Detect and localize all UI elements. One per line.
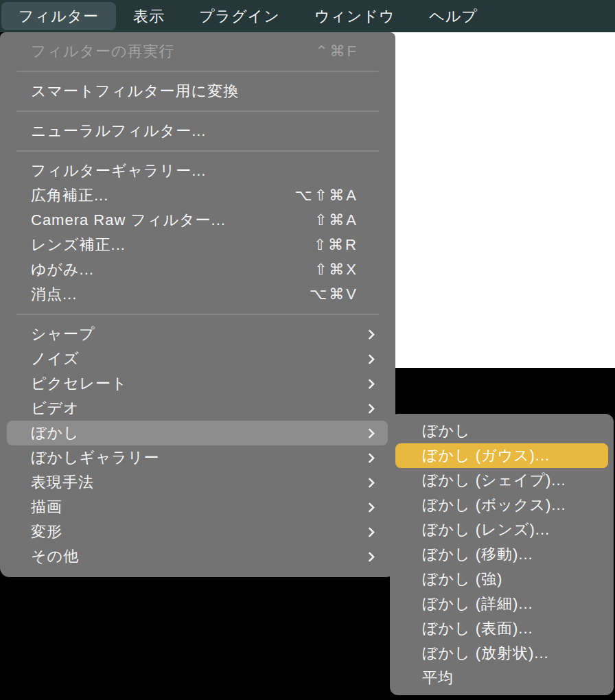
submenu-chevron-icon — [364, 526, 375, 537]
menu-item-shortcut: ⇧⌘A — [314, 211, 358, 229]
blur-submenu-item-blur-more[interactable]: ぼかし (強) — [390, 567, 614, 592]
menu-item-label: ぼかし — [422, 421, 471, 441]
filter-menu-item-video[interactable]: ビデオ — [0, 396, 395, 421]
menu-item-label: ノイズ — [31, 349, 359, 369]
filter-menu-item-distort[interactable]: 変形 — [0, 520, 395, 544]
filter-menu-item-stylize[interactable]: 表現手法 — [0, 470, 395, 495]
menu-item-label: Camera Raw フィルター... — [31, 210, 314, 231]
document-canvas — [388, 32, 615, 368]
menubar-item-label: フィルター — [19, 8, 99, 25]
menubar-item-label: 表示 — [133, 8, 165, 25]
filter-menu-item-convert-smart-filters[interactable]: スマートフィルター用に変換 — [0, 79, 395, 104]
filter-menu-item-camera-raw-filter[interactable]: Camera Raw フィルター...⇧⌘A — [0, 208, 395, 233]
menu-item-shortcut: ⇧⌘X — [314, 261, 358, 279]
menu-separator — [16, 71, 379, 72]
menu-item-label: ぼかし (シェイプ)... — [422, 470, 566, 491]
menu-item-label: ニューラルフィルター... — [31, 121, 375, 141]
submenu-chevron-icon — [364, 428, 375, 439]
menu-item-shortcut: ⌃⌘F — [315, 43, 358, 60]
filter-menu-item-lens-correction[interactable]: レンズ補正...⇧⌘R — [0, 233, 395, 257]
filter-menu-item-noise[interactable]: ノイズ — [0, 347, 395, 371]
blur-submenu-item-average[interactable]: 平均 — [390, 666, 614, 690]
menu-item-label: ぼかし (ガウス)... — [422, 445, 550, 466]
menu-item-shortcut: ⌥⌘V — [310, 285, 358, 303]
filter-menu-item-neural-filters[interactable]: ニューラルフィルター... — [0, 119, 395, 143]
menubar-item-window[interactable]: ウィンドウ — [297, 2, 413, 30]
blur-submenu-item-shape-blur[interactable]: ぼかし (シェイプ)... — [390, 468, 614, 493]
menu-item-label: 消点... — [31, 284, 310, 305]
submenu-chevron-icon — [364, 502, 375, 513]
menu-item-label: スマートフィルター用に変換 — [31, 81, 375, 102]
blur-submenu-item-radial-blur[interactable]: ぼかし (放射状)... — [390, 641, 614, 666]
menu-item-label: ぼかしギャラリー — [31, 447, 359, 468]
submenu-chevron-icon — [364, 353, 375, 364]
filter-menu-item-wide-angle-correction[interactable]: 広角補正...⌥⇧⌘A — [0, 183, 395, 208]
submenu-chevron-icon — [364, 378, 375, 389]
menu-item-label: ぼかし (放射状)... — [422, 643, 549, 664]
menu-item-label: フィルターの再実行 — [31, 41, 315, 62]
submenu-chevron-icon — [364, 477, 375, 488]
blur-submenu-item-smart-blur[interactable]: ぼかし (詳細)... — [390, 592, 614, 616]
filter-menu: フィルターの再実行⌃⌘Fスマートフィルター用に変換ニューラルフィルター...フィ… — [0, 32, 395, 577]
menu-item-label: フィルターギャラリー... — [31, 161, 375, 181]
menu-item-label: ぼかし (表面)... — [422, 618, 533, 639]
menubar-item-label: プラグイン — [199, 8, 280, 25]
filter-menu-item-other[interactable]: その他 — [0, 544, 395, 569]
blur-submenu-item-gaussian-blur[interactable]: ぼかし (ガウス)... — [395, 443, 608, 468]
filter-menu-item-liquify[interactable]: ゆがみ...⇧⌘X — [0, 257, 395, 282]
menubar-item-help[interactable]: ヘルプ — [412, 2, 495, 30]
menubar-item-filter[interactable]: フィルター — [1, 2, 116, 30]
menu-item-label: ぼかし (レンズ)... — [422, 520, 550, 540]
menu-item-label: ぼかし (強) — [422, 569, 502, 590]
blur-submenu-item-motion-blur[interactable]: ぼかし (移動)... — [390, 542, 614, 567]
menubar-item-label: ヘルプ — [429, 8, 478, 25]
menu-item-label: レンズ補正... — [31, 235, 314, 255]
blur-submenu-item-lens-blur[interactable]: ぼかし (レンズ)... — [390, 517, 614, 542]
menu-separator — [16, 150, 379, 152]
filter-menu-item-filter-gallery[interactable]: フィルターギャラリー... — [0, 159, 395, 183]
blur-submenu-item-surface-blur[interactable]: ぼかし (表面)... — [390, 616, 614, 641]
submenu-chevron-icon — [364, 403, 375, 414]
menu-separator — [16, 110, 379, 112]
filter-menu-item-blur[interactable]: ぼかし — [7, 421, 388, 445]
submenu-chevron-icon — [364, 551, 375, 562]
menu-item-label: ぼかし (移動)... — [422, 544, 533, 565]
blur-submenu-item-box-blur[interactable]: ぼかし (ボックス)... — [390, 493, 614, 517]
menu-item-label: 表現手法 — [31, 472, 359, 493]
filter-menu-item-pixelate[interactable]: ピクセレート — [0, 371, 395, 396]
menu-item-label: シャープ — [31, 324, 359, 345]
menu-item-label: その他 — [31, 546, 359, 567]
menu-item-shortcut: ⌥⇧⌘A — [295, 187, 358, 205]
filter-menu-item-rerun-filter: フィルターの再実行⌃⌘F — [0, 39, 395, 64]
menu-separator — [16, 314, 379, 315]
menubar-item-plugins[interactable]: プラグイン — [182, 2, 297, 30]
menu-item-label: ビデオ — [31, 398, 359, 419]
menu-item-label: 平均 — [422, 668, 454, 688]
menu-item-label: 変形 — [31, 522, 359, 542]
menu-item-label: ぼかし — [31, 423, 359, 443]
filter-menu-item-sharpen[interactable]: シャープ — [0, 322, 395, 347]
menu-item-label: 広角補正... — [31, 185, 295, 206]
menubar-item-label: ウィンドウ — [314, 8, 395, 25]
blur-submenu-item-blur[interactable]: ぼかし — [390, 419, 614, 443]
submenu-chevron-icon — [364, 452, 375, 463]
blur-submenu: ぼかしぼかし (ガウス)...ぼかし (シェイプ)...ぼかし (ボックス)..… — [390, 414, 614, 695]
menu-item-label: ピクセレート — [31, 373, 359, 394]
menu-bar: フィルター表示プラグインウィンドウヘルプ — [0, 0, 615, 32]
menu-item-label: ぼかし (ボックス)... — [422, 495, 566, 515]
menubar-item-view[interactable]: 表示 — [116, 2, 182, 30]
menu-item-label: 描画 — [31, 497, 359, 517]
menu-item-label: ゆがみ... — [31, 259, 314, 280]
menu-item-shortcut: ⇧⌘R — [314, 236, 358, 254]
menu-item-label: ぼかし (詳細)... — [422, 594, 533, 614]
filter-menu-item-vanishing-point[interactable]: 消点...⌥⌘V — [0, 282, 395, 307]
submenu-chevron-icon — [364, 329, 375, 340]
filter-menu-item-render[interactable]: 描画 — [0, 495, 395, 520]
filter-menu-item-blur-gallery[interactable]: ぼかしギャラリー — [0, 445, 395, 470]
